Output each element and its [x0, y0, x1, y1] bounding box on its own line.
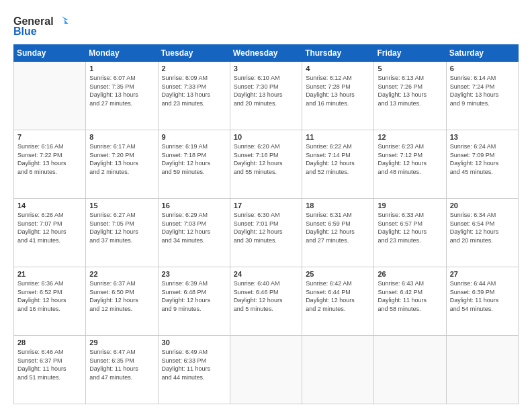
day-number: 1 — [89, 64, 154, 73]
day-info: Sunrise: 6:34 AMSunset: 6:54 PMDaylight:… — [450, 211, 515, 244]
day-number: 14 — [17, 201, 82, 210]
day-info: Sunrise: 6:17 AMSunset: 7:20 PMDaylight:… — [89, 142, 154, 176]
day-number: 19 — [378, 201, 442, 210]
calendar-cell: 11Sunrise: 6:22 AMSunset: 7:14 PMDayligh… — [302, 130, 374, 199]
day-number: 27 — [450, 270, 515, 278]
day-info: Sunrise: 6:44 AMSunset: 6:39 PMDaylight:… — [450, 279, 515, 313]
day-info: Sunrise: 6:43 AMSunset: 6:42 PMDaylight:… — [378, 279, 442, 313]
col-thursday: Thursday — [302, 45, 374, 62]
logo-bird-icon — [55, 15, 69, 28]
day-number: 12 — [378, 133, 442, 141]
col-saturday: Saturday — [446, 45, 518, 62]
day-info: Sunrise: 6:26 AMSunset: 7:07 PMDaylight:… — [17, 211, 82, 244]
day-number: 18 — [306, 201, 370, 210]
day-number: 10 — [234, 133, 298, 141]
day-number: 30 — [162, 338, 226, 347]
day-number: 8 — [89, 133, 154, 141]
col-monday: Monday — [86, 45, 158, 62]
day-number: 6 — [450, 64, 515, 73]
week-row-1: 7Sunrise: 6:16 AMSunset: 7:22 PMDaylight… — [14, 130, 519, 199]
col-friday: Friday — [374, 45, 446, 62]
week-row-4: 28Sunrise: 6:46 AMSunset: 6:37 PMDayligh… — [14, 336, 519, 404]
calendar-cell — [230, 336, 302, 404]
day-info: Sunrise: 6:23 AMSunset: 7:12 PMDaylight:… — [378, 142, 442, 176]
day-number: 9 — [162, 133, 226, 141]
day-info: Sunrise: 6:20 AMSunset: 7:16 PMDaylight:… — [234, 142, 298, 176]
day-info: Sunrise: 6:49 AMSunset: 6:33 PMDaylight:… — [162, 348, 226, 381]
calendar-cell: 25Sunrise: 6:42 AMSunset: 6:44 PMDayligh… — [302, 267, 374, 336]
calendar-cell: 20Sunrise: 6:34 AMSunset: 6:54 PMDayligh… — [446, 199, 518, 267]
day-info: Sunrise: 6:29 AMSunset: 7:03 PMDaylight:… — [162, 211, 226, 244]
calendar-cell: 26Sunrise: 6:43 AMSunset: 6:42 PMDayligh… — [374, 267, 446, 336]
header: General Blue — [13, 12, 519, 38]
day-info: Sunrise: 6:22 AMSunset: 7:14 PMDaylight:… — [306, 142, 370, 176]
calendar-cell: 4Sunrise: 6:12 AMSunset: 7:28 PMDaylight… — [302, 62, 374, 130]
day-info: Sunrise: 6:16 AMSunset: 7:22 PMDaylight:… — [17, 142, 82, 176]
svg-marker-0 — [62, 16, 69, 24]
calendar-cell: 7Sunrise: 6:16 AMSunset: 7:22 PMDaylight… — [14, 130, 86, 199]
calendar-cell: 2Sunrise: 6:09 AMSunset: 7:33 PMDaylight… — [158, 62, 230, 130]
calendar-cell: 27Sunrise: 6:44 AMSunset: 6:39 PMDayligh… — [446, 267, 518, 336]
day-number: 29 — [89, 338, 154, 347]
calendar-cell: 5Sunrise: 6:13 AMSunset: 7:26 PMDaylight… — [374, 62, 446, 130]
day-number: 16 — [162, 201, 226, 210]
day-info: Sunrise: 6:36 AMSunset: 6:52 PMDaylight:… — [17, 279, 82, 313]
day-number: 7 — [17, 133, 82, 141]
col-tuesday: Tuesday — [158, 45, 230, 62]
day-number: 22 — [89, 270, 154, 278]
calendar-cell: 21Sunrise: 6:36 AMSunset: 6:52 PMDayligh… — [14, 267, 86, 336]
day-info: Sunrise: 6:09 AMSunset: 7:33 PMDaylight:… — [162, 74, 226, 107]
calendar-cell: 9Sunrise: 6:19 AMSunset: 7:18 PMDaylight… — [158, 130, 230, 199]
day-number: 15 — [89, 201, 154, 210]
day-number: 21 — [17, 270, 82, 278]
day-number: 20 — [450, 201, 515, 210]
col-wednesday: Wednesday — [230, 45, 302, 62]
day-number: 24 — [234, 270, 298, 278]
calendar-cell: 29Sunrise: 6:47 AMSunset: 6:35 PMDayligh… — [86, 336, 158, 404]
day-number: 13 — [450, 133, 515, 141]
week-row-3: 21Sunrise: 6:36 AMSunset: 6:52 PMDayligh… — [14, 267, 519, 336]
calendar-cell: 16Sunrise: 6:29 AMSunset: 7:03 PMDayligh… — [158, 199, 230, 267]
day-info: Sunrise: 6:10 AMSunset: 7:30 PMDaylight:… — [234, 74, 298, 107]
calendar-cell: 6Sunrise: 6:14 AMSunset: 7:24 PMDaylight… — [446, 62, 518, 130]
calendar-cell: 30Sunrise: 6:49 AMSunset: 6:33 PMDayligh… — [158, 336, 230, 404]
day-info: Sunrise: 6:14 AMSunset: 7:24 PMDaylight:… — [450, 74, 515, 107]
calendar-cell — [374, 336, 446, 404]
day-info: Sunrise: 6:37 AMSunset: 6:50 PMDaylight:… — [89, 279, 154, 313]
calendar-cell — [446, 336, 518, 404]
logo-line2: Blue — [13, 26, 37, 38]
day-info: Sunrise: 6:07 AMSunset: 7:35 PMDaylight:… — [89, 74, 154, 107]
calendar-cell: 1Sunrise: 6:07 AMSunset: 7:35 PMDaylight… — [86, 62, 158, 130]
calendar-cell — [14, 62, 86, 130]
calendar-cell: 15Sunrise: 6:27 AMSunset: 7:05 PMDayligh… — [86, 199, 158, 267]
calendar-cell: 23Sunrise: 6:39 AMSunset: 6:48 PMDayligh… — [158, 267, 230, 336]
calendar-cell: 22Sunrise: 6:37 AMSunset: 6:50 PMDayligh… — [86, 267, 158, 336]
day-info: Sunrise: 6:46 AMSunset: 6:37 PMDaylight:… — [17, 348, 82, 381]
day-info: Sunrise: 6:40 AMSunset: 6:46 PMDaylight:… — [234, 279, 298, 313]
day-info: Sunrise: 6:19 AMSunset: 7:18 PMDaylight:… — [162, 142, 226, 176]
day-number: 2 — [162, 64, 226, 73]
calendar-cell — [302, 336, 374, 404]
calendar-cell: 3Sunrise: 6:10 AMSunset: 7:30 PMDaylight… — [230, 62, 302, 130]
day-number: 26 — [378, 270, 442, 278]
calendar-cell: 24Sunrise: 6:40 AMSunset: 6:46 PMDayligh… — [230, 267, 302, 336]
day-info: Sunrise: 6:42 AMSunset: 6:44 PMDaylight:… — [306, 279, 370, 313]
logo: General Blue — [13, 15, 69, 38]
calendar-cell: 12Sunrise: 6:23 AMSunset: 7:12 PMDayligh… — [374, 130, 446, 199]
day-number: 3 — [234, 64, 298, 73]
day-number: 4 — [306, 64, 370, 73]
header-row: Sunday Monday Tuesday Wednesday Thursday… — [14, 45, 519, 62]
calendar-cell: 8Sunrise: 6:17 AMSunset: 7:20 PMDaylight… — [86, 130, 158, 199]
week-row-2: 14Sunrise: 6:26 AMSunset: 7:07 PMDayligh… — [14, 199, 519, 267]
day-info: Sunrise: 6:31 AMSunset: 6:59 PMDaylight:… — [306, 211, 370, 244]
calendar-cell: 17Sunrise: 6:30 AMSunset: 7:01 PMDayligh… — [230, 199, 302, 267]
day-info: Sunrise: 6:33 AMSunset: 6:57 PMDaylight:… — [378, 211, 442, 244]
col-sunday: Sunday — [14, 45, 86, 62]
day-number: 5 — [378, 64, 442, 73]
calendar-cell: 13Sunrise: 6:24 AMSunset: 7:09 PMDayligh… — [446, 130, 518, 199]
day-number: 23 — [162, 270, 226, 278]
day-info: Sunrise: 6:30 AMSunset: 7:01 PMDaylight:… — [234, 211, 298, 244]
calendar-cell: 18Sunrise: 6:31 AMSunset: 6:59 PMDayligh… — [302, 199, 374, 267]
day-number: 25 — [306, 270, 370, 278]
day-info: Sunrise: 6:24 AMSunset: 7:09 PMDaylight:… — [450, 142, 515, 176]
